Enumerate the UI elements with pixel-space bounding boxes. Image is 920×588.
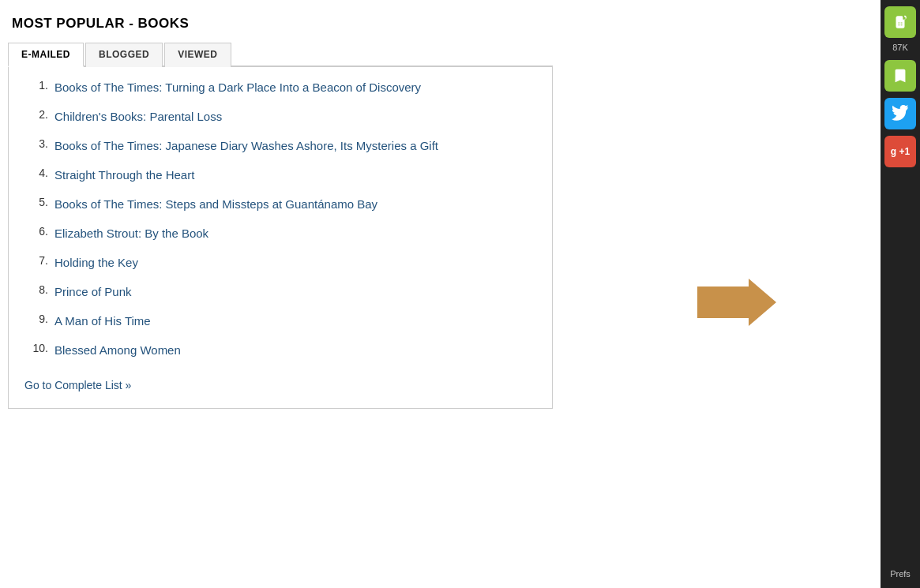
list-item: 9.A Man of His Time xyxy=(24,313,536,329)
svg-marker-0 xyxy=(697,279,776,326)
bookmark-icon xyxy=(892,67,909,84)
complete-list-link[interactable]: Go to Complete List » xyxy=(24,379,131,391)
list-panel: 1.Books of The Times: Turning a Dark Pla… xyxy=(8,67,553,409)
book-number: 4. xyxy=(24,167,48,179)
tabs-container: E-MAILED BLOGGED VIEWED xyxy=(8,41,553,67)
toolbar-count: 87K xyxy=(892,43,908,52)
bookmark-toolbar-button[interactable] xyxy=(884,60,916,92)
evernote-icon xyxy=(892,13,909,31)
book-title-link[interactable]: Books of The Times: Japanese Diary Washe… xyxy=(54,137,438,154)
tab-emailed[interactable]: E-MAILED xyxy=(8,43,84,67)
middle-area xyxy=(553,16,920,588)
list-item: 5.Books of The Times: Steps and Missteps… xyxy=(24,196,536,212)
book-number: 6. xyxy=(24,225,48,238)
book-number: 8. xyxy=(24,283,48,296)
tab-viewed[interactable]: VIEWED xyxy=(164,43,231,67)
googleplus-label: g +1 xyxy=(891,146,910,157)
list-item: 8.Prince of Punk xyxy=(24,283,536,300)
save-toolbar-button[interactable] xyxy=(884,6,916,38)
book-title-link[interactable]: Prince of Punk xyxy=(54,283,132,300)
twitter-toolbar-button[interactable] xyxy=(884,98,916,129)
arrow-right-icon xyxy=(697,279,776,326)
book-title-link[interactable]: Elizabeth Strout: By the Book xyxy=(54,225,208,242)
list-item: 3.Books of The Times: Japanese Diary Was… xyxy=(24,137,536,154)
twitter-icon xyxy=(892,105,909,122)
content-panel: MOST POPULAR - BOOKS E-MAILED BLOGGED VI… xyxy=(8,16,553,409)
book-number: 3. xyxy=(24,137,48,150)
book-title-link[interactable]: Holding the Key xyxy=(54,254,138,271)
book-number: 9. xyxy=(24,313,48,325)
main-container: MOST POPULAR - BOOKS E-MAILED BLOGGED VI… xyxy=(0,0,920,588)
book-list: 1.Books of The Times: Turning a Dark Pla… xyxy=(24,79,536,358)
section-title: MOST POPULAR - BOOKS xyxy=(8,16,553,32)
book-title-link[interactable]: Children's Books: Parental Loss xyxy=(54,108,222,125)
list-item: 2.Children's Books: Parental Loss xyxy=(24,108,536,125)
list-item: 10.Blessed Among Women xyxy=(24,342,536,358)
list-item: 1.Books of The Times: Turning a Dark Pla… xyxy=(24,79,536,96)
book-number: 1. xyxy=(24,79,48,92)
book-title-link[interactable]: Books of The Times: Steps and Missteps a… xyxy=(54,196,377,212)
book-number: 2. xyxy=(24,108,48,121)
book-title-link[interactable]: A Man of His Time xyxy=(54,313,151,329)
prefs-button[interactable]: Prefs xyxy=(890,569,911,582)
book-title-link[interactable]: Straight Through the Heart xyxy=(54,167,194,183)
book-title-link[interactable]: Blessed Among Women xyxy=(54,342,181,358)
side-toolbar: 87K g +1 Prefs xyxy=(881,0,920,588)
book-title-link[interactable]: Books of The Times: Turning a Dark Place… xyxy=(54,79,421,96)
list-item: 7.Holding the Key xyxy=(24,254,536,271)
book-number: 7. xyxy=(24,254,48,267)
googleplus-toolbar-button[interactable]: g +1 xyxy=(884,136,916,167)
tab-blogged[interactable]: BLOGGED xyxy=(85,43,163,67)
list-item: 6.Elizabeth Strout: By the Book xyxy=(24,225,536,242)
list-item: 4.Straight Through the Heart xyxy=(24,167,536,183)
book-number: 10. xyxy=(24,342,48,354)
book-number: 5. xyxy=(24,196,48,208)
